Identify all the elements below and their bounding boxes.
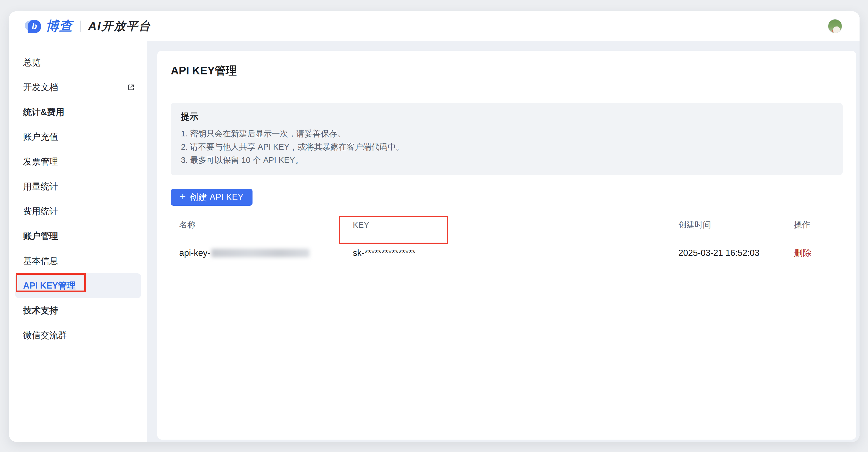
sidebar-item-invoice-management[interactable]: 发票管理 — [9, 149, 147, 174]
tips-title: 提示 — [181, 111, 833, 123]
api-key-table: 名称 KEY 创建时间 操作 api-key- sk-*************… — [171, 218, 843, 269]
column-header-key: KEY — [344, 220, 670, 230]
logo-bubble-shape: b — [28, 20, 41, 33]
sidebar-section-label: 账户管理 — [23, 230, 58, 242]
sidebar-item-usage-stats[interactable]: 用量统计 — [9, 174, 147, 199]
sidebar-item-fee-stats[interactable]: 费用统计 — [9, 199, 147, 224]
sidebar-section-label: 统计&费用 — [23, 106, 64, 118]
create-api-key-button[interactable]: + 创建 API KEY — [171, 189, 252, 206]
api-key-masked-value: sk-*************** — [344, 248, 670, 258]
sidebar-item-basic-info[interactable]: 基本信息 — [9, 249, 147, 273]
redacted-name-blur — [211, 249, 309, 257]
sidebar-item-overview[interactable]: 总览 — [9, 50, 147, 75]
sidebar-item-label: 用量统计 — [23, 181, 58, 192]
sidebar-item-label: 费用统计 — [23, 205, 58, 217]
delete-api-key-link[interactable]: 删除 — [794, 248, 811, 258]
sidebar-item-label: 微信交流群 — [23, 329, 67, 341]
sidebar-item-wechat-group[interactable]: 微信交流群 — [9, 323, 147, 348]
column-header-name: 名称 — [171, 219, 344, 230]
create-api-key-label: 创建 API KEY — [190, 191, 244, 203]
user-avatar[interactable] — [828, 19, 842, 33]
app-window: b 博查 AI开放平台 总览 开发文档 统计&费用 — [9, 11, 860, 442]
table-row: api-key- sk-*************** 2025-03-21 1… — [171, 237, 843, 269]
brand-logo: b 博查 AI开放平台 — [26, 18, 151, 35]
table-header-row: 名称 KEY 创建时间 操作 — [171, 218, 843, 232]
api-key-created-at: 2025-03-21 16:52:03 — [670, 248, 785, 258]
sidebar-item-label: 账户充值 — [23, 131, 58, 143]
title-divider — [171, 91, 843, 91]
brand-name: 博查 — [45, 18, 73, 35]
sidebar-section-account-management: 账户管理 — [9, 224, 147, 249]
sidebar-item-api-key-management[interactable]: API KEY管理 — [15, 273, 141, 298]
logo-letter: b — [32, 22, 37, 31]
bocha-logo-icon: b — [26, 19, 41, 34]
sidebar-section-tech-support: 技术支持 — [9, 298, 147, 323]
column-header-created-at: 创建时间 — [670, 219, 785, 230]
external-link-icon — [127, 84, 135, 91]
sidebar-nav: 总览 开发文档 统计&费用 账户充值 发票管理 用量统计 — [9, 41, 147, 442]
sidebar-section-label: 技术支持 — [23, 304, 58, 317]
content-area: API KEY管理 提示 1. 密钥只会在新建后显示一次，请妥善保存。 2. 请… — [147, 41, 860, 442]
tips-item-2: 2. 请不要与他人共享 API KEY，或将其暴露在客户端代码中。 — [181, 140, 833, 154]
sidebar-item-label: 开发文档 — [23, 82, 58, 93]
column-header-actions: 操作 — [785, 219, 843, 230]
sidebar-item-dev-docs[interactable]: 开发文档 — [9, 75, 147, 100]
page-title: API KEY管理 — [171, 63, 843, 78]
tips-box: 提示 1. 密钥只会在新建后显示一次，请妥善保存。 2. 请不要与他人共享 AP… — [171, 103, 843, 175]
sidebar-section-stats-fees: 统计&费用 — [9, 100, 147, 125]
brand-divider — [80, 21, 81, 32]
tips-item-3: 3. 最多可以保留 10 个 API KEY。 — [181, 154, 833, 167]
sidebar-item-label: 总览 — [23, 57, 40, 68]
sidebar-item-label: API KEY管理 — [23, 280, 75, 292]
api-key-panel: API KEY管理 提示 1. 密钥只会在新建后显示一次，请妥善保存。 2. 请… — [157, 51, 856, 440]
top-bar: b 博查 AI开放平台 — [9, 11, 860, 41]
sidebar-item-account-recharge[interactable]: 账户充值 — [9, 125, 147, 149]
sidebar-item-label: 发票管理 — [23, 156, 58, 168]
platform-name: AI开放平台 — [88, 18, 151, 34]
tips-item-1: 1. 密钥只会在新建后显示一次，请妥善保存。 — [181, 127, 833, 140]
api-key-name-cell: api-key- — [171, 248, 344, 258]
api-key-name-prefix: api-key- — [179, 248, 210, 258]
sidebar-item-label: 基本信息 — [23, 255, 58, 267]
plus-icon: + — [180, 192, 186, 202]
